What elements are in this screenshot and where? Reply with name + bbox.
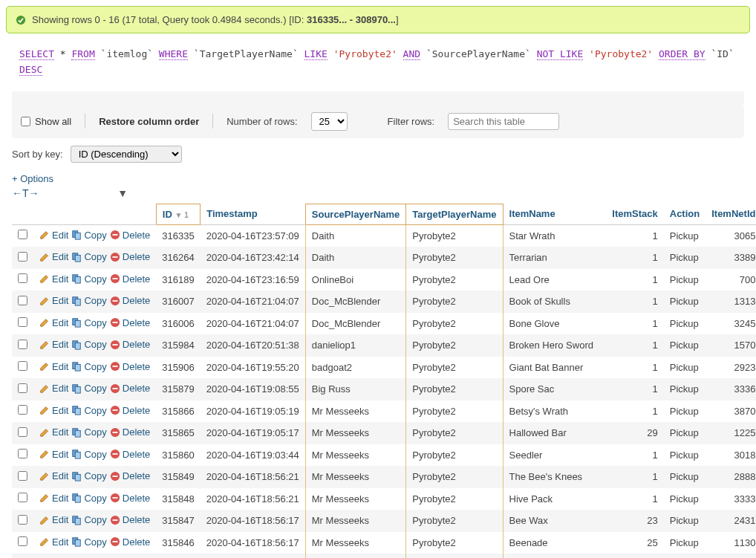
svg-rect-26 <box>76 364 81 371</box>
cell-target: Pyrobyte2 <box>406 444 503 467</box>
options-toggle[interactable]: + Options <box>6 170 750 187</box>
edit-link[interactable]: Edit <box>39 426 68 438</box>
edit-link[interactable]: Edit <box>39 470 68 481</box>
copy-link[interactable]: Copy <box>71 383 106 394</box>
col-timestamp[interactable]: Timestamp <box>201 204 306 224</box>
row-checkbox[interactable] <box>18 361 27 371</box>
copy-link[interactable]: Copy <box>71 273 106 285</box>
copy-link[interactable]: Copy <box>71 361 106 372</box>
col-item[interactable]: ItemName <box>503 204 606 224</box>
pencil-icon <box>39 449 50 459</box>
delete-icon <box>110 273 120 284</box>
restore-column-order[interactable]: Restore column order <box>99 116 199 127</box>
row-checkbox[interactable] <box>18 383 27 393</box>
delete-link[interactable]: Delete <box>110 361 151 372</box>
copy-link[interactable]: Copy <box>71 493 106 504</box>
cell-item: Broken Hero Sword <box>503 334 606 357</box>
row-checkbox[interactable] <box>18 340 27 349</box>
filter-input[interactable] <box>448 113 559 130</box>
cell-source: OnlineBoi <box>305 269 406 291</box>
copy-link[interactable]: Copy <box>71 426 106 438</box>
svg-rect-44 <box>112 453 117 455</box>
delete-link[interactable]: Delete <box>110 273 151 285</box>
delete-link[interactable]: Delete <box>110 251 151 262</box>
edit-link[interactable]: Edit <box>39 361 68 372</box>
cell-stack: 25 <box>606 532 663 554</box>
edit-link[interactable]: Edit <box>39 449 68 460</box>
copy-link[interactable]: Copy <box>71 514 106 525</box>
col-stack[interactable]: ItemStack <box>606 204 663 224</box>
copy-icon <box>71 296 82 306</box>
delete-link[interactable]: Delete <box>110 493 151 504</box>
edit-link[interactable]: Edit <box>39 273 68 285</box>
copy-link[interactable]: Copy <box>71 230 106 241</box>
cell-timestamp: 2020-04-16T21:04:07 <box>201 313 306 335</box>
sort-by-key-select[interactable]: ID (Descending) <box>71 146 182 163</box>
cell-stack: 1 <box>606 291 663 313</box>
delete-link[interactable]: Delete <box>110 449 151 460</box>
copy-link[interactable]: Copy <box>71 449 106 460</box>
delete-link[interactable]: Delete <box>110 426 151 438</box>
row-checkbox[interactable] <box>18 252 27 262</box>
cell-timestamp: 2020-04-16T23:16:59 <box>201 269 306 291</box>
svg-rect-30 <box>76 386 81 393</box>
col-netid[interactable]: ItemNetId <box>706 204 756 224</box>
delete-link[interactable]: Delete <box>110 383 151 394</box>
delete-link[interactable]: Delete <box>110 514 151 525</box>
row-checkbox[interactable] <box>18 427 27 437</box>
num-rows-select[interactable]: 25 <box>311 112 348 131</box>
delete-link[interactable]: Delete <box>110 536 151 548</box>
cell-netid: 1129 <box>706 554 756 558</box>
copy-link[interactable]: Copy <box>71 339 106 350</box>
col-target[interactable]: TargetPlayerName <box>406 204 503 224</box>
delete-link[interactable]: Delete <box>110 470 151 481</box>
svg-rect-2 <box>76 233 81 239</box>
row-checkbox[interactable] <box>18 471 27 481</box>
edit-link[interactable]: Edit <box>39 383 68 394</box>
copy-link[interactable]: Copy <box>71 536 106 548</box>
edit-link[interactable]: Edit <box>39 339 68 350</box>
dropdown-icon[interactable]: ▼ <box>117 187 128 199</box>
delete-link[interactable]: Delete <box>110 339 151 350</box>
copy-link[interactable]: Copy <box>71 405 106 416</box>
results-table: ID ▼ 1 Timestamp SourcePlayerName Target… <box>12 204 756 558</box>
row-checkbox[interactable] <box>18 449 27 458</box>
edit-link[interactable]: Edit <box>39 230 68 241</box>
copy-icon <box>71 317 82 328</box>
show-all-checkbox[interactable]: Show all <box>21 116 71 127</box>
delete-link[interactable]: Delete <box>110 405 151 416</box>
cell-id: 316335 <box>156 224 200 247</box>
copy-link[interactable]: Copy <box>71 470 106 481</box>
edit-link[interactable]: Edit <box>39 493 68 504</box>
row-checkbox[interactable] <box>18 230 27 239</box>
delete-link[interactable]: Delete <box>110 230 151 241</box>
copy-link[interactable]: Copy <box>71 317 106 328</box>
col-id[interactable]: ID ▼ 1 <box>156 204 200 224</box>
column-move-arrows[interactable]: ←T→ ▼ <box>6 187 750 204</box>
svg-rect-28 <box>112 366 117 367</box>
delete-link[interactable]: Delete <box>110 317 151 328</box>
cell-action: Pickup <box>664 400 706 423</box>
col-action[interactable]: Action <box>664 204 706 224</box>
row-checkbox[interactable] <box>18 296 27 305</box>
row-checkbox[interactable] <box>18 493 27 502</box>
copy-link[interactable]: Copy <box>71 251 106 262</box>
row-checkbox[interactable] <box>18 536 27 546</box>
row-checkbox[interactable] <box>18 317 27 327</box>
col-source[interactable]: SourcePlayerName <box>305 204 406 224</box>
pencil-icon <box>39 296 50 306</box>
copy-link[interactable]: Copy <box>71 295 106 306</box>
edit-link[interactable]: Edit <box>39 405 68 416</box>
table-row: Edit Copy Delete3159062020-04-16T19:55:2… <box>12 357 756 379</box>
edit-link[interactable]: Edit <box>39 514 68 525</box>
edit-link[interactable]: Edit <box>39 295 68 306</box>
row-checkbox[interactable] <box>18 273 27 283</box>
delete-link[interactable]: Delete <box>110 295 151 306</box>
row-checkbox[interactable] <box>18 405 27 415</box>
row-checkbox[interactable] <box>18 515 27 525</box>
edit-link[interactable]: Edit <box>39 536 68 548</box>
edit-link[interactable]: Edit <box>39 251 68 262</box>
edit-link[interactable]: Edit <box>39 317 68 328</box>
cell-stack: 1 <box>606 224 663 247</box>
table-row: Edit Copy Delete3158452020-04-16T18:56:1… <box>12 554 756 558</box>
